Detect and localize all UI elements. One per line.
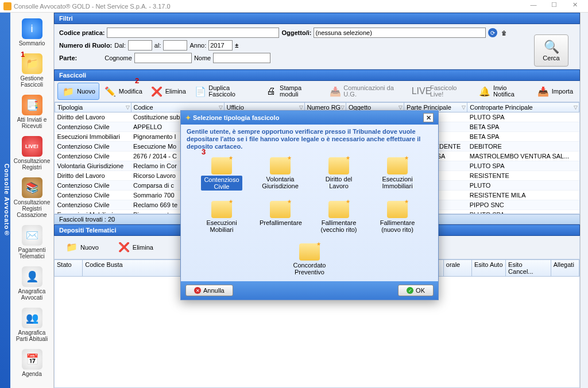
modal-message: Gentile utente, è sempre opportuno verif… [181,125,438,155]
table-cell: Contenzioso Civile [55,142,131,152]
dal-input[interactable] [128,40,152,51]
tipologia-item[interactable]: Volontaria Giurisdizione [260,157,301,191]
nome-input[interactable] [213,53,270,63]
docs-icon: 📑 [22,95,42,115]
notify-icon: 🔔 [478,84,492,98]
app-icon [3,2,11,10]
print-icon: 🖨 [265,84,278,98]
folder-star-icon [387,157,408,174]
sidebar-item-cassazione[interactable]: 📚 Consultazione Registri Cassazione [10,175,53,223]
dep-column[interactable]: Esito Cancel... [506,260,551,276]
table-cell: BETA SPA [467,122,579,132]
dep-column[interactable]: Stato [55,260,83,276]
folder-star-icon [328,157,349,174]
folder-star-icon [299,243,320,261]
importa-button[interactable]: 📥Importa [533,83,577,99]
tipologia-item[interactable]: Diritto del Lavoro [318,157,359,191]
delete-icon: ❌ [117,240,131,254]
plus-minus-icon[interactable]: ± [235,42,238,49]
search-icon: 🔍 [544,40,559,55]
star-icon: ✦ [185,114,191,122]
tipologia-item[interactable]: Concordato Preventivo [289,243,330,276]
table-cell: Volontaria Giurisdizione [55,161,131,171]
window-title: Consolle Avvocato® GOLD - Net Service S.… [14,3,524,10]
table-cell: RESISTENTE MILA [467,191,579,200]
codice-pratica-label: Codice pratica: [59,29,105,36]
live-icon: LIVE! [22,136,42,157]
oggetto-clear-icon[interactable]: 🗑 [500,28,509,37]
tipologia-item[interactable]: Contenzioso Civile [201,157,242,191]
cerca-button[interactable]: 🔍 Cerca [534,34,568,67]
filter-icon[interactable]: ▽ [574,104,578,110]
tipologia-item[interactable]: Fallimentare (vecchio rito) [318,201,359,233]
column-header[interactable]: Tipologia▽ [55,103,131,112]
ug-icon: 📥 [328,84,342,98]
modal-close-button[interactable]: ✕ [423,113,434,122]
oggetto-refresh-icon[interactable]: ⟳ [488,28,497,37]
filter-icon[interactable]: ▽ [462,104,466,110]
ok-button[interactable]: ✓OK [398,285,434,296]
annulla-button[interactable]: ✕Annulla [185,285,233,296]
maximize-button[interactable]: ☐ [544,1,564,11]
filters-panel: Codice pratica: Oggetto/i: ⟳ 🗑 Numero di… [54,24,580,69]
tipologia-label: Contenzioso Civile [201,176,242,191]
dep-elimina-button[interactable]: ❌Elimina [114,239,157,255]
tutorial-mark-2: 2 [135,76,139,85]
tutorial-mark-3: 3 [202,148,206,156]
elimina-button[interactable]: ❌Elimina [146,83,189,99]
dep-column[interactable]: Allegati [551,260,579,276]
tipologia-item[interactable]: Prefallimentare [260,201,301,233]
column-header[interactable]: Controparte Principale▽ [467,103,579,112]
right-scrollbar[interactable] [580,13,588,388]
folder-star-icon [211,201,232,218]
folder-icon: 📁 [65,240,79,254]
table-cell: PIPPO SNC [467,200,579,210]
dep-column[interactable]: orale [444,260,472,276]
nuovo-button[interactable]: 📁Nuovo [57,83,99,100]
table-cell: DEBITORE [467,142,579,152]
sidebar-item-gestione-fascicoli[interactable]: 1 📁 Gestione Fascicoli [10,51,53,92]
close-window-button[interactable]: ✕ [565,1,585,11]
sidebar-item-anagrafica-avvocati[interactable]: 👤 Anagrafica Avvocati [10,264,53,305]
minimize-button[interactable]: — [524,1,543,11]
filter-icon[interactable]: ▽ [341,104,345,110]
people-icon: 👥 [22,308,42,328]
filter-icon[interactable]: ▽ [399,104,403,110]
table-cell: PLUTO SPA [467,112,579,122]
sidebar-item-consultazione-registri[interactable]: LIVE! Consultazione Registri [10,134,53,175]
al-input[interactable] [163,40,187,51]
delete-icon: ❌ [150,84,164,98]
dep-nuovo-button[interactable]: 📁Nuovo [61,239,102,255]
duplicate-icon: 📄 [194,84,207,98]
live-toolbar-icon: LIVE [415,84,428,98]
table-cell: PLUTO SPA [467,161,579,171]
modal-title: Selezione tipologia fascicolo [193,114,279,121]
dep-column[interactable]: Esito Auto [472,260,506,276]
sidebar-item-anagrafica-parti[interactable]: 👥 Anagrafica Parti Abituali [10,305,53,347]
table-cell: RESISTENTE [467,171,579,181]
filter-icon[interactable]: ▽ [219,104,223,110]
table-cell: Diritto del Lavoro [55,112,131,122]
sidebar-item-sommario[interactable]: i Sommario [10,16,53,51]
filter-icon[interactable]: ▽ [126,104,130,110]
tutorial-mark-1: 1 [21,50,25,59]
calendar-icon: 📅 [22,349,42,370]
sidebar-item-agenda[interactable]: 📅 Agenda [10,347,53,382]
stampa-button[interactable]: 🖨Stampa moduli [261,83,324,99]
oggetto-input[interactable] [314,28,486,38]
sidebar-item-pagamenti[interactable]: ✉️ Pagamenti Telematici [10,223,53,264]
tipologia-item[interactable]: Esecuzioni Mobiliari [201,201,242,233]
anno-input[interactable] [208,40,233,51]
invio-notifica-button[interactable]: 🔔Invio Notifica [475,83,532,99]
tipologia-item[interactable]: Esecuzioni Immobiliari [377,157,418,191]
cognome-input[interactable] [134,53,192,63]
side-tab[interactable]: Consolle Avvocato® [0,13,10,388]
al-label: al: [154,42,161,49]
sidebar-item-atti[interactable]: 📑 Atti Inviati e Ricevuti [10,92,53,134]
cognome-label: Cognome [105,55,132,61]
duplica-button[interactable]: 📄Duplica Fascicolo [190,83,261,99]
modifica-button[interactable]: ✏️Modifica [100,83,146,99]
codice-pratica-input[interactable] [107,28,279,38]
filter-icon[interactable]: ▽ [299,104,303,110]
tipologia-item[interactable]: Fallimentare (nuovo rito) [377,201,418,233]
